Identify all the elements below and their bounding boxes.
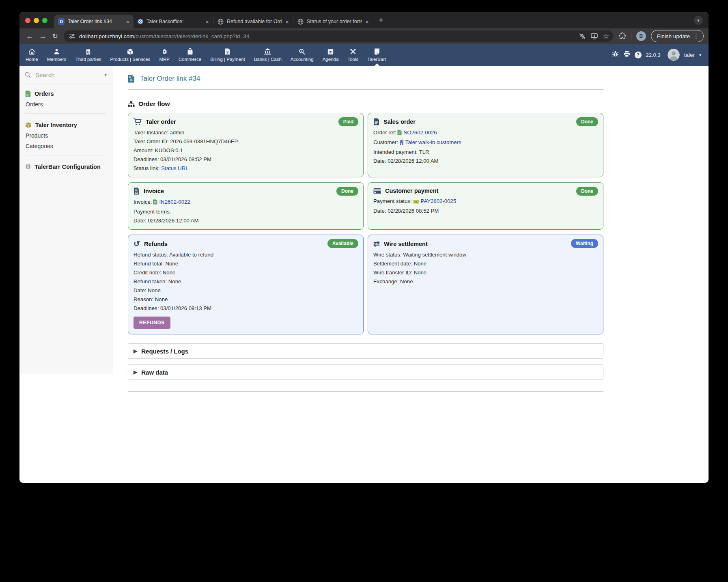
sidebar-section-talerbarr-config[interactable]: ⚙ TalerBarr Configuration — [25, 164, 106, 170]
globe-icon — [297, 19, 304, 25]
accordion-requests-logs[interactable]: ▶ Requests / Logs — [128, 343, 603, 359]
user-name[interactable]: taler — [684, 52, 695, 58]
sidebar-item-categories[interactable]: Categories — [25, 139, 106, 149]
nav-label: Agenda — [323, 57, 339, 62]
close-icon[interactable]: × — [285, 19, 289, 25]
exchange-line: Exchange: None — [373, 278, 598, 285]
taler-favicon-icon — [138, 19, 143, 24]
nav-accounting[interactable]: $ Accounting — [286, 44, 318, 66]
accordion-raw-data[interactable]: ▶ Raw data — [128, 364, 603, 380]
orders-document-icon — [25, 91, 31, 97]
bookmark-star-icon[interactable]: ☆ — [603, 33, 609, 40]
url-bar[interactable]: dolibarr.potuzhnyi.com/custom/talerbarr/… — [64, 30, 613, 42]
nav-third-parties[interactable]: Third parties — [71, 44, 106, 66]
close-icon[interactable]: × — [205, 19, 209, 25]
nav-mrp[interactable]: MRP — [155, 44, 174, 66]
invoice-ref-link[interactable]: IN2602-0022 — [159, 199, 190, 205]
sidebar-section-orders[interactable]: Orders — [25, 91, 106, 97]
tab-taler-order-link[interactable]: D Taler Order link #34 × — [54, 15, 134, 28]
kebab-menu-icon[interactable]: ⋮ — [693, 32, 699, 40]
window-controls — [25, 18, 47, 23]
tools-icon — [350, 48, 356, 55]
nav-billing-payment[interactable]: $ Billing | Payment — [206, 44, 249, 66]
refunds-button[interactable]: REFUNDS — [134, 317, 170, 329]
wire-status-line: Wire status: Waiting settlement window — [373, 251, 598, 258]
sidebar-section-taler-inventory[interactable]: Taler Inventory — [25, 122, 106, 128]
nav-label: Third parties — [75, 57, 101, 62]
accordion-label: Requests / Logs — [141, 348, 188, 355]
sidebar-item-products[interactable]: Products — [25, 128, 106, 139]
amount-line: Amount: KUDOS:0.1 — [134, 147, 358, 154]
bag-icon — [187, 48, 193, 55]
card-title: Wire settlement — [384, 241, 428, 247]
nav-agenda[interactable]: Agenda — [318, 44, 343, 66]
sidebar-divider — [25, 155, 106, 155]
back-button[interactable]: ← — [26, 32, 33, 40]
nav-products-services[interactable]: Products | Services — [106, 44, 155, 66]
window-close-button[interactable] — [25, 18, 30, 23]
sidebar-item-orders[interactable]: Orders — [25, 97, 106, 108]
order-ref-line: Order ref:SO2602-0026 — [373, 129, 598, 137]
site-settings-icon[interactable] — [69, 33, 75, 39]
install-icon[interactable] — [591, 33, 598, 39]
tab-order-status[interactable]: Status of your order forrefund × — [293, 15, 373, 28]
accordion-label: Raw data — [141, 369, 168, 376]
tab-strip: D Taler Order link #34 × Taler Backoffic… — [19, 12, 709, 28]
search-dropdown-caret-icon[interactable]: ▾ — [104, 72, 107, 78]
refund-total-line: Refund total: None — [134, 260, 358, 267]
status-badge: Done — [576, 117, 598, 126]
sidebar-search[interactable]: ▾ — [19, 66, 112, 84]
help-icon[interactable]: ? — [635, 52, 642, 58]
reload-button[interactable]: ↻ — [52, 32, 58, 40]
deadlines-line: Deadlines: 03/01/2026 08:52 PM — [134, 156, 358, 163]
printer-icon[interactable] — [623, 51, 630, 59]
tab-refund-available[interactable]: Refund available for Order to × — [213, 15, 293, 28]
new-tab-button[interactable]: + — [379, 16, 383, 24]
url-text[interactable]: dolibarr.potuzhnyi.com/custom/talerbarr/… — [79, 33, 575, 39]
window-minimize-button[interactable] — [34, 18, 39, 23]
user-avatar[interactable] — [668, 49, 680, 61]
tab-title: Taler Order link #34 — [68, 19, 123, 24]
tab-title: Refund available for Order to — [227, 19, 282, 24]
close-icon[interactable]: × — [126, 19, 129, 25]
translate-blocked-icon[interactable] — [579, 33, 586, 40]
company-icon — [399, 140, 404, 147]
payment-ref-link[interactable]: PAY2602-0025 — [421, 198, 457, 204]
browser-profile-avatar[interactable]: B — [636, 31, 646, 41]
card-title: Customer payment — [385, 188, 438, 194]
wire-transfer-id-line: Wire transfer ID: None — [373, 269, 598, 276]
order-flow-header: Order flow — [128, 100, 709, 108]
refund-status-line: Refund status: Available to refund — [134, 251, 358, 258]
close-icon[interactable]: × — [365, 19, 369, 25]
nav-members[interactable]: Members — [43, 44, 71, 66]
tab-search-button[interactable]: ▾ — [694, 16, 703, 25]
date-line: Date: 02/28/2026 12:00 AM — [373, 157, 598, 164]
nav-commerce[interactable]: Commerce — [174, 44, 206, 66]
nav-tools[interactable]: Tools — [343, 44, 363, 66]
card-title: Invoice — [144, 188, 164, 194]
payment-status-label: Payment status: — [373, 198, 412, 204]
search-input[interactable] — [34, 71, 89, 79]
chevron-down-icon[interactable]: ▾ — [699, 53, 701, 57]
finish-update-button[interactable]: Finish update⋮ — [651, 30, 704, 42]
card-title: Refunds — [144, 241, 168, 247]
extensions-icon[interactable] — [619, 32, 626, 40]
url-domain: dolibarr.potuzhnyi.com — [79, 33, 134, 39]
section-title: Taler Inventory — [35, 122, 77, 128]
sales-order-ref-link[interactable]: SO2602-0026 — [403, 129, 437, 136]
invoice-icon — [134, 188, 140, 195]
nav-banks-cash[interactable]: Banks | Cash — [250, 44, 286, 66]
nav-talerbarr[interactable]: TalerBarr — [363, 44, 391, 66]
tab-title: Status of your order forrefund — [307, 19, 362, 24]
status-badge: Done — [336, 187, 358, 196]
bug-icon[interactable] — [612, 51, 619, 59]
nav-home[interactable]: Home — [21, 44, 43, 66]
tab-taler-backoffice[interactable]: Taler Backoffice: × — [134, 15, 213, 28]
navbar-right-tools: ? 22.0.3 taler ▾ — [612, 44, 707, 66]
card-invoice: Invoice Done Invoice:IN2602-0022 Payment… — [128, 182, 364, 230]
customer-link[interactable]: Taler walk-in customers — [405, 139, 461, 145]
forward-button[interactable]: → — [39, 32, 46, 40]
window-maximize-button[interactable] — [42, 18, 47, 23]
status-url-link[interactable]: Status URL — [161, 165, 188, 171]
browser-window: D Taler Order link #34 × Taler Backoffic… — [19, 12, 709, 483]
